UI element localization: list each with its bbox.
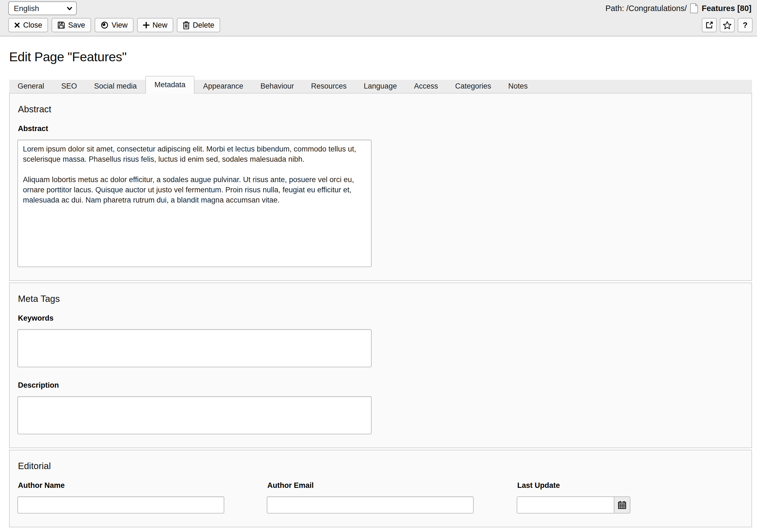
close-icon [14, 22, 20, 28]
tab-access[interactable]: Access [406, 79, 447, 93]
author-name-input[interactable] [17, 496, 224, 514]
top-toolbar: English Path: /Congratulations/ Features… [0, 0, 757, 36]
help-icon: ? [742, 21, 747, 30]
calendar-icon [618, 501, 626, 509]
section-editorial: Editorial Author Name Author Email Last … [9, 450, 752, 527]
save-icon [57, 21, 65, 29]
open-in-new-window-icon [706, 21, 713, 29]
tab-metadata[interactable]: Metadata [145, 76, 195, 94]
tab-notes[interactable]: Notes [500, 79, 536, 93]
language-select[interactable]: English [8, 1, 77, 15]
last-update-group [517, 496, 630, 514]
keywords-field-label: Keywords [18, 314, 744, 323]
star-icon [723, 21, 732, 29]
language-select-wrap: English [8, 1, 77, 15]
close-button[interactable]: Close [8, 18, 48, 32]
section-meta-tags-title: Meta Tags [18, 294, 744, 304]
page-record-icon [690, 3, 698, 14]
document-buttons: Close Save [8, 18, 220, 32]
author-name-label: Author Name [18, 481, 224, 490]
tab-resources[interactable]: Resources [302, 79, 355, 93]
tab-social-media[interactable]: Social media [85, 79, 145, 93]
section-abstract-title: Abstract [18, 104, 744, 114]
description-field-label: Description [18, 381, 744, 390]
abstract-field-label: Abstract [18, 124, 744, 133]
section-abstract: Abstract Abstract Lorem ipsum dolor sit … [9, 94, 752, 281]
record-title: Features [80] [702, 4, 751, 13]
tab-categories[interactable]: Categories [447, 79, 500, 93]
description-textarea[interactable] [17, 396, 372, 434]
tab-seo[interactable]: SEO [53, 79, 85, 93]
save-button[interactable]: Save [51, 18, 91, 32]
window-buttons: ? [702, 18, 753, 32]
open-in-new-window-button[interactable] [702, 18, 717, 32]
plus-icon [143, 22, 150, 28]
last-update-label: Last Update [517, 481, 630, 490]
calendar-picker-button[interactable] [614, 497, 630, 513]
keywords-textarea[interactable] [17, 329, 372, 367]
page-title: Edit Page "Features" [9, 49, 757, 64]
view-eye-icon [101, 21, 109, 29]
breadcrumb: Path: /Congratulations/ Features [80] [605, 3, 753, 14]
bookmark-button[interactable] [720, 18, 735, 32]
tab-general[interactable]: General [9, 79, 53, 93]
breadcrumb-path: Path: /Congratulations/ [605, 4, 687, 13]
tab-appearance[interactable]: Appearance [195, 79, 252, 93]
delete-button[interactable]: Delete [177, 18, 220, 32]
author-email-input[interactable] [267, 496, 474, 514]
help-button[interactable]: ? [738, 18, 753, 32]
author-email-label: Author Email [267, 481, 474, 490]
tab-bar: General SEO Social media Metadata Appear… [9, 80, 752, 94]
last-update-input[interactable] [517, 497, 614, 513]
section-editorial-title: Editorial [18, 461, 744, 471]
section-meta-tags: Meta Tags Keywords Description [9, 283, 752, 448]
tab-behaviour[interactable]: Behaviour [252, 79, 303, 93]
tab-language[interactable]: Language [355, 79, 406, 93]
new-button[interactable]: New [137, 18, 173, 32]
trash-icon [183, 21, 190, 29]
abstract-textarea[interactable]: Lorem ipsum dolor sit amet, consectetur … [17, 140, 372, 267]
view-button[interactable]: View [95, 18, 134, 32]
